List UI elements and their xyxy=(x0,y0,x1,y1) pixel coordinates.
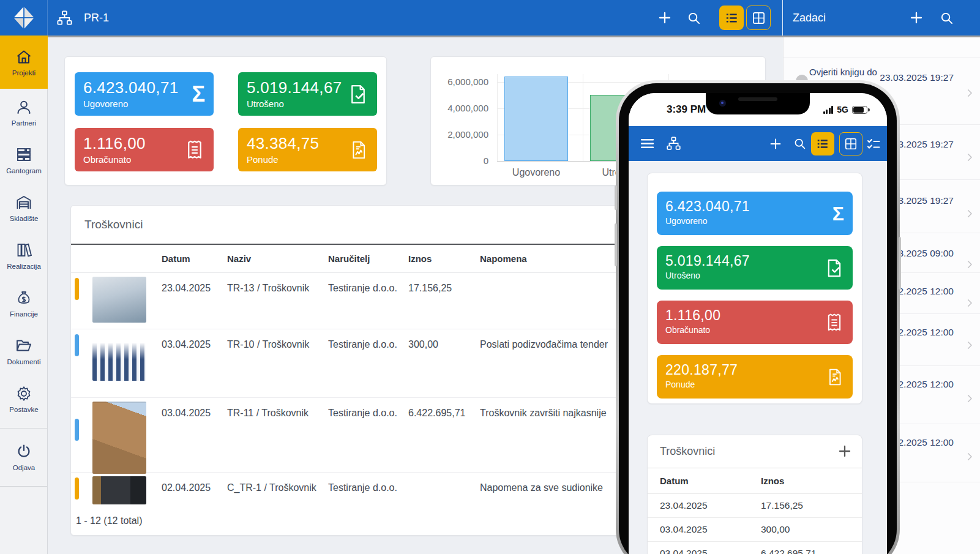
receipt-icon xyxy=(184,140,205,160)
sidebar-item-realizacija[interactable]: Realizacija xyxy=(0,232,48,280)
costsheets-title: Troškovnici xyxy=(84,218,143,231)
stat-tile-ponude[interactable]: 220.187,77 Ponude xyxy=(657,355,853,399)
grid-view-button[interactable] xyxy=(746,6,771,30)
house-icon xyxy=(15,48,32,66)
app-logo[interactable] xyxy=(0,0,48,36)
phone-table-row[interactable]: 23.04.2025 17.156,25 xyxy=(648,494,862,518)
grid-view-icon xyxy=(844,137,858,151)
list-view-button[interactable] xyxy=(811,132,834,155)
sidebar-item-projekti[interactable]: Projekti xyxy=(0,36,48,89)
checklist-icon[interactable] xyxy=(866,137,881,151)
column-header-napomena[interactable]: Napomena xyxy=(480,253,527,264)
column-header-datum[interactable]: Datum xyxy=(660,476,689,486)
sidebar-item-odjava[interactable]: Odjava xyxy=(0,433,48,481)
stat-value: 6.423.040,71 xyxy=(665,198,844,215)
document-stats-icon xyxy=(826,368,844,386)
stat-label: Utrošeno xyxy=(665,271,844,280)
stat-tile-utroseno[interactable]: 5.019.144,67 Utrošeno xyxy=(238,72,377,116)
stat-value: 1.116,00 xyxy=(665,307,844,324)
chevron-right-icon xyxy=(964,152,975,165)
sidebar-item-partneri[interactable]: Partneri xyxy=(0,89,48,137)
signal-strength-icon xyxy=(823,106,834,114)
phone-table-header-row: Datum Iznos xyxy=(648,468,862,494)
costsheets-title: Troškovnici xyxy=(660,445,715,458)
task-datetime: 3.2025 19:27 xyxy=(898,195,954,206)
add-button[interactable] xyxy=(769,137,782,151)
project-hierarchy-icon[interactable] xyxy=(666,136,681,151)
row-thumbnail xyxy=(92,277,146,323)
sidebar-item-dokumenti[interactable]: Dokumenti xyxy=(0,328,48,375)
add-costsheet-button[interactable] xyxy=(837,444,852,461)
cell-narucitelj: Testiranje d.o.o. xyxy=(328,339,397,350)
stats-card: 6.423.040,71 Ugovoreno Σ 5.019.144,67 Ut… xyxy=(64,56,387,185)
search-tasks-button[interactable] xyxy=(934,6,959,30)
stat-tile-utroseno[interactable]: 5.019.144,67 Utrošeno xyxy=(657,246,853,290)
sidebar: Projekti Partneri Gantogram Skladište Re… xyxy=(0,36,48,554)
stat-tile-ponude[interactable]: 43.384,75 Ponude xyxy=(238,128,377,171)
phone-camera xyxy=(719,100,726,107)
cell-iznos: 17.156,25 xyxy=(761,500,803,511)
cell-naziv: TR-13 / Troškovnik xyxy=(227,283,309,294)
stat-tile-obracunato[interactable]: 1.116,00 Obračunato xyxy=(657,301,853,344)
cell-narucitelj: Testiranje d.o.o. xyxy=(328,283,397,294)
stat-label: Ugovoreno xyxy=(665,216,844,226)
chevron-right-icon xyxy=(964,340,975,353)
chart-category-separator xyxy=(583,74,583,161)
receipt-icon xyxy=(825,313,844,332)
cell-iznos: 6.422.695,71 xyxy=(408,408,465,419)
books-icon xyxy=(15,242,32,259)
column-header-iznos[interactable]: Iznos xyxy=(761,476,784,486)
row-thumbnail xyxy=(92,476,146,504)
cell-datum: 03.04.2025 xyxy=(660,524,708,535)
column-header-datum[interactable]: Datum xyxy=(162,253,190,264)
network-type-label: 5G xyxy=(837,105,848,114)
cell-iznos: 17.156,25 xyxy=(408,283,452,294)
row-status-indicator xyxy=(75,334,79,356)
column-header-narucitelj[interactable]: Naručitelj xyxy=(328,253,370,264)
stat-tile-obracunato[interactable]: 1.116,00 Obračunato xyxy=(75,128,214,171)
list-view-button[interactable] xyxy=(719,6,744,30)
diamond-logo-icon xyxy=(10,4,38,32)
cell-datum: 02.04.2025 xyxy=(162,482,211,493)
phone-table-row[interactable]: 03.04.2025 300,00 xyxy=(648,518,862,542)
cell-datum: 23.04.2025 xyxy=(660,500,708,511)
top-header: PR-1 Zadaci xyxy=(0,0,980,37)
column-header-naziv[interactable]: Naziv xyxy=(227,253,251,264)
sidebar-item-financije[interactable]: Financije xyxy=(0,280,48,328)
menu-hamburger-icon[interactable] xyxy=(640,136,655,151)
stat-label: Obračunato xyxy=(665,325,844,335)
search-icon xyxy=(940,11,954,25)
sidebar-item-gantogram[interactable]: Gantogram xyxy=(0,137,48,184)
sidebar-item-label: Gantogram xyxy=(6,167,42,174)
document-check-icon xyxy=(825,258,844,278)
cell-narucitelj: Testiranje d.o.o. xyxy=(328,408,397,419)
task-datetime: 2.2025 12:00 xyxy=(898,437,954,448)
add-task-button[interactable] xyxy=(904,6,929,30)
sidebar-item-label: Realizacija xyxy=(7,263,41,270)
search-button[interactable] xyxy=(681,6,706,30)
search-icon xyxy=(687,11,701,25)
phone-costsheets-card: Troškovnici Datum Iznos 23.04.2025 17.15… xyxy=(647,435,862,554)
cell-iznos: 6.422.695,71 xyxy=(761,548,817,554)
grid-view-button[interactable] xyxy=(839,132,862,155)
chart-ytick-label: 4,000,000 xyxy=(431,103,488,113)
chart-ytick-label: 0 xyxy=(431,155,488,166)
stat-tile-ugovoreno[interactable]: 6.423.040,71 Ugovoreno Σ xyxy=(75,72,214,116)
sidebar-item-label: Odjava xyxy=(13,464,35,471)
stat-tile-ugovoreno[interactable]: 6.423.040,71 Ugovoreno Σ xyxy=(657,192,853,235)
sidebar-item-label: Skladište xyxy=(10,215,39,222)
plus-icon xyxy=(657,10,672,25)
search-button[interactable] xyxy=(793,137,806,150)
sidebar-item-label: Partneri xyxy=(12,119,36,127)
phone-power-button xyxy=(899,237,901,290)
cell-iznos: 300,00 xyxy=(408,339,438,350)
stat-label: Ugovoreno xyxy=(83,99,205,109)
column-header-iznos[interactable]: Iznos xyxy=(408,253,432,264)
sidebar-item-postavke[interactable]: Postavke xyxy=(0,375,48,423)
add-button[interactable] xyxy=(653,6,677,30)
sidebar-item-skladiste[interactable]: Skladište xyxy=(0,184,48,232)
phone-table-row[interactable]: 03.04.2025 6.422.695,71 xyxy=(648,542,862,554)
phone-volume-up-button xyxy=(615,185,617,210)
stat-label: Ponude xyxy=(665,380,844,389)
chart-category-separator xyxy=(497,74,498,161)
